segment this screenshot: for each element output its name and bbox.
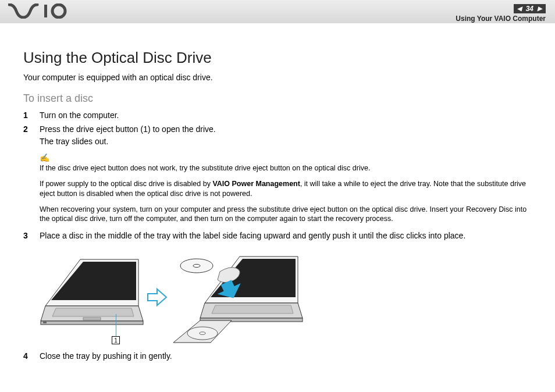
step-text: Turn on the computer. [40, 109, 532, 121]
note-bold: VAIO Power Management [212, 180, 300, 188]
callout-label: 1 [112, 336, 120, 344]
note-text: When recovering your system, turn on you… [40, 205, 532, 224]
svg-rect-6 [83, 318, 101, 320]
page-number: 34 [524, 5, 535, 13]
prev-page-button[interactable]: ◀ [515, 5, 524, 12]
svg-point-18 [193, 264, 200, 267]
note-block: ✍ If the disc drive eject button does no… [40, 153, 532, 224]
callout-line [116, 314, 116, 336]
step-number: 1 [23, 109, 40, 121]
note-icon: ✍ [40, 153, 532, 162]
svg-rect-0 [44, 5, 47, 17]
vaio-logo [8, 3, 72, 19]
step-2: 2 Press the drive eject button (1) to op… [23, 123, 532, 147]
next-page-button[interactable]: ▶ [535, 5, 545, 12]
step-text: Close the tray by pushing it in gently. [40, 350, 532, 362]
disc-insert-illustration: 1 [40, 250, 313, 344]
page-content: Using the Optical Disc Drive Your comput… [0, 23, 555, 362]
arrow-right-icon [145, 286, 169, 309]
step-number: 3 [23, 230, 40, 241]
svg-point-16 [200, 332, 205, 334]
svg-rect-7 [41, 321, 143, 325]
note-text: If the disc drive eject button does not … [40, 163, 532, 173]
laptop-open-tray-image [170, 251, 304, 344]
section-heading: To insert a disc [23, 92, 532, 105]
step-3: 3 Place a disc in the middle of the tray… [23, 230, 532, 241]
step-number: 2 [23, 123, 40, 147]
svg-marker-5 [52, 308, 134, 316]
step-text-line: Press the drive eject button (1) to open… [40, 124, 216, 134]
intro-text: Your computer is equipped with an optica… [23, 73, 532, 82]
step-4: 4 Close the tray by pushing it in gently… [23, 350, 532, 362]
note-text: If power supply to the optical disc driv… [40, 179, 532, 199]
page-navigator: ◀ 34 ▶ [514, 4, 546, 13]
svg-point-1 [52, 5, 65, 17]
page-header: ◀ 34 ▶ Using Your VAIO Computer [0, 0, 555, 23]
page-title: Using the Optical Disc Drive [23, 49, 532, 67]
svg-rect-8 [43, 322, 47, 323]
step-number: 4 [23, 350, 40, 362]
laptop-closed-image [40, 254, 144, 341]
step-text: Place a disc in the middle of the tray w… [40, 230, 532, 241]
svg-marker-12 [212, 305, 293, 313]
header-right: ◀ 34 ▶ Using Your VAIO Computer [456, 2, 546, 23]
breadcrumb: Using Your VAIO Computer [456, 15, 546, 23]
note-fragment: If power supply to the optical disc driv… [40, 180, 212, 188]
step-1: 1 Turn on the computer. [23, 109, 532, 121]
step-text: Press the drive eject button (1) to open… [40, 123, 532, 147]
step-text-line: The tray slides out. [40, 137, 108, 146]
